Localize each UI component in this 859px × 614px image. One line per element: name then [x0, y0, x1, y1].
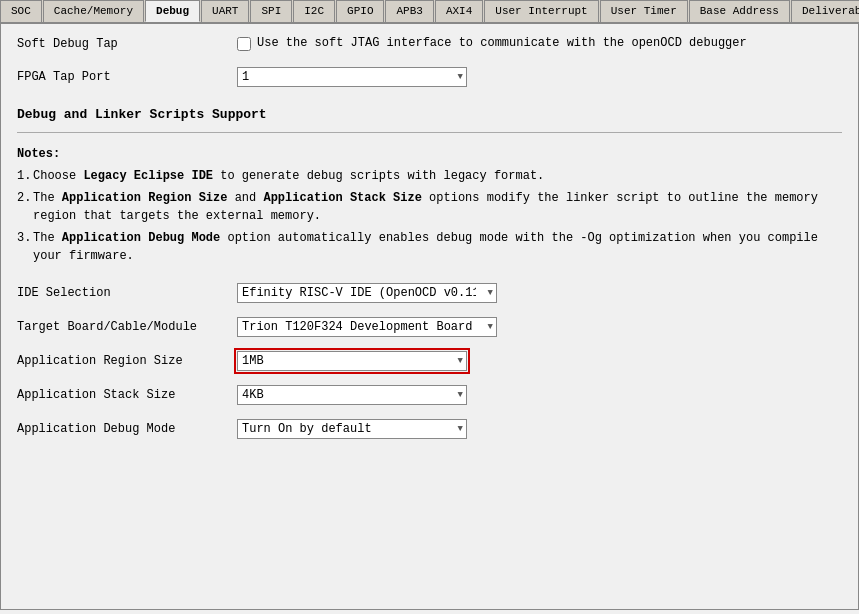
app-stack-size-label: Application Stack Size [17, 388, 237, 402]
note-item-2: The Application Region Size and Applicat… [17, 189, 842, 225]
target-board-select[interactable]: Trion T120F324 Development Board [237, 317, 497, 337]
target-board-row: Target Board/Cable/Module Trion T120F324… [17, 317, 842, 337]
app-debug-mode-select-wrapper: Turn On by default [237, 419, 467, 439]
app-stack-size-select[interactable]: 4KB [237, 385, 467, 405]
note1-prefix: Choose [33, 169, 83, 183]
section-title: Debug and Linker Scripts Support [17, 107, 842, 122]
note1-bold: Legacy Eclipse IDE [83, 169, 213, 183]
ide-selection-select-wrapper: Efinity RISC-V IDE (OpenOCD v0.11) [237, 283, 497, 303]
app-debug-mode-label: Application Debug Mode [17, 422, 237, 436]
tab-gpio[interactable]: GPIO [336, 0, 384, 22]
app-debug-mode-row: Application Debug Mode Turn On by defaul… [17, 419, 842, 439]
app-region-size-row: Application Region Size 1MB [17, 351, 842, 371]
ide-selection-label: IDE Selection [17, 286, 237, 300]
soft-debug-tap-checkbox[interactable] [237, 37, 251, 51]
note2-prefix: The [33, 191, 62, 205]
note2-mid: and [227, 191, 263, 205]
app-debug-mode-select[interactable]: Turn On by default [237, 419, 467, 439]
note1-suffix: to generate debug scripts with legacy fo… [213, 169, 544, 183]
note-item-3: The Application Debug Mode option automa… [17, 229, 842, 265]
notes-list: Choose Legacy Eclipse IDE to generate de… [17, 167, 842, 265]
tab-user-interrupt[interactable]: User Interrupt [484, 0, 598, 22]
main-content: Soft Debug Tap Use the soft JTAG interfa… [0, 24, 859, 610]
tab-soc[interactable]: SOC [0, 0, 42, 22]
target-board-label: Target Board/Cable/Module [17, 320, 237, 334]
app-stack-size-select-wrapper: 4KB [237, 385, 467, 405]
note2-bold2: Application Stack Size [263, 191, 421, 205]
soft-debug-tap-row: Soft Debug Tap Use the soft JTAG interfa… [17, 36, 842, 51]
tab-base-address[interactable]: Base Address [689, 0, 790, 22]
app-region-size-label: Application Region Size [17, 354, 237, 368]
note3-bold: Application Debug Mode [62, 231, 220, 245]
tab-user-timer[interactable]: User Timer [600, 0, 688, 22]
ide-selection-row: IDE Selection Efinity RISC-V IDE (OpenOC… [17, 283, 842, 303]
notes-section: Notes: Choose Legacy Eclipse IDE to gene… [17, 147, 842, 265]
soft-debug-tap-label: Soft Debug Tap [17, 37, 237, 51]
soft-debug-tap-control: Use the soft JTAG interface to communica… [237, 36, 747, 51]
soft-debug-tap-checkbox-label: Use the soft JTAG interface to communica… [257, 36, 747, 50]
tab-uart[interactable]: UART [201, 0, 249, 22]
note2-bold1: Application Region Size [62, 191, 228, 205]
fpga-tap-port-select[interactable]: 1 [237, 67, 467, 87]
fpga-tap-port-label: FPGA Tap Port [17, 70, 237, 84]
tab-cache-memory[interactable]: Cache/Memory [43, 0, 144, 22]
tab-bar: SOC Cache/Memory Debug UART SPI I2C GPIO… [0, 0, 859, 24]
app-stack-size-row: Application Stack Size 4KB [17, 385, 842, 405]
fpga-tap-port-select-wrapper: 1 [237, 67, 467, 87]
tab-deliverables[interactable]: Deliverables [791, 0, 859, 22]
app-region-size-select[interactable]: 1MB [237, 351, 467, 371]
section-divider [17, 132, 842, 133]
tab-i2c[interactable]: I2C [293, 0, 335, 22]
tab-axi4[interactable]: AXI4 [435, 0, 483, 22]
app-region-size-select-wrapper: 1MB [237, 351, 467, 371]
target-board-select-wrapper: Trion T120F324 Development Board [237, 317, 497, 337]
note3-prefix: The [33, 231, 62, 245]
note-item-1: Choose Legacy Eclipse IDE to generate de… [17, 167, 842, 185]
ide-selection-select[interactable]: Efinity RISC-V IDE (OpenOCD v0.11) [237, 283, 497, 303]
tab-debug[interactable]: Debug [145, 0, 200, 22]
tab-apb3[interactable]: APB3 [385, 0, 433, 22]
notes-title: Notes: [17, 147, 842, 161]
fpga-tap-port-row: FPGA Tap Port 1 [17, 67, 842, 87]
tab-spi[interactable]: SPI [250, 0, 292, 22]
